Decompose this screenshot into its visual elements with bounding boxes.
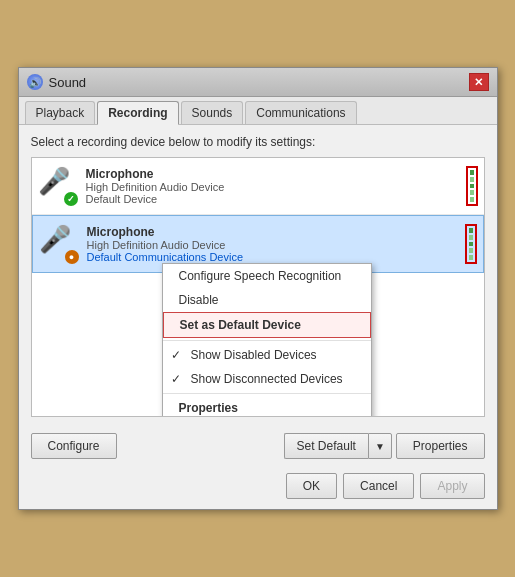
show-disconnected-label: Show Disconnected Devices [191, 372, 343, 386]
context-separator-2 [163, 393, 371, 394]
device-list[interactable]: 🎤 ✓ Microphone High Definition Audio Dev… [31, 157, 485, 417]
device-sub1-1: High Definition Audio Device [86, 181, 458, 193]
context-properties[interactable]: Properties [163, 396, 371, 417]
title-bar-controls: ✕ [469, 73, 489, 91]
app-icon: 🔊 [27, 74, 43, 90]
level-bar [469, 248, 473, 253]
context-separator-1 [163, 340, 371, 341]
level-bar [470, 197, 474, 202]
description-text: Select a recording device below to modif… [31, 135, 485, 149]
level-bar [470, 170, 474, 175]
properties-button[interactable]: Properties [396, 433, 485, 459]
disable-label: Disable [179, 293, 219, 307]
check-disabled: ✓ [171, 348, 185, 362]
window-title: Sound [49, 75, 87, 90]
ok-button[interactable]: OK [286, 473, 337, 499]
set-default-button[interactable]: Set Default [284, 433, 368, 459]
status-badge-1: ✓ [64, 192, 78, 206]
level-bar [470, 177, 474, 182]
device-icon-2: 🎤 ● [39, 224, 79, 264]
footer-left: Configure [31, 433, 117, 459]
level-bar [469, 242, 473, 247]
device-icon-1: 🎤 ✓ [38, 166, 78, 206]
configure-button[interactable]: Configure [31, 433, 117, 459]
tab-communications[interactable]: Communications [245, 101, 356, 124]
device-status-1: Default Device [86, 193, 458, 205]
set-default-label: Set as Default Device [180, 318, 301, 332]
dialog-actions: OK Cancel Apply [286, 473, 485, 499]
title-bar: 🔊 Sound ✕ [19, 68, 497, 97]
context-disable[interactable]: Disable [163, 288, 371, 312]
level-bar [469, 235, 473, 240]
tab-playback[interactable]: Playback [25, 101, 96, 124]
device-name-1: Microphone [86, 167, 458, 181]
context-show-disconnected[interactable]: ✓ Show Disconnected Devices [163, 367, 371, 391]
show-disabled-label: Show Disabled Devices [191, 348, 317, 362]
level-meter-1 [466, 166, 478, 206]
mic-icon-2: 🎤 [39, 224, 71, 254]
spacer [31, 473, 286, 499]
device-info-2: Microphone High Definition Audio Device … [87, 225, 457, 263]
check-disconnected: ✓ [171, 372, 185, 386]
properties-context-label: Properties [179, 401, 238, 415]
device-sub1-2: High Definition Audio Device [87, 239, 457, 251]
status-badge-2: ● [65, 250, 79, 264]
level-bar [470, 184, 474, 189]
tab-content: Select a recording device below to modif… [19, 125, 497, 427]
set-default-split: Set Default ▼ [284, 433, 392, 459]
footer-row: Configure Set Default ▼ Properties [19, 427, 497, 467]
level-bar [469, 255, 473, 260]
tab-bar: Playback Recording Sounds Communications [19, 97, 497, 125]
set-default-arrow[interactable]: ▼ [368, 433, 392, 459]
cancel-button[interactable]: Cancel [343, 473, 414, 499]
footer-right: Set Default ▼ Properties [284, 433, 485, 459]
tab-sounds[interactable]: Sounds [181, 101, 244, 124]
device-name-2: Microphone [87, 225, 457, 239]
device-info-1: Microphone High Definition Audio Device … [86, 167, 458, 205]
level-bar [469, 228, 473, 233]
level-meter-2 [465, 224, 477, 264]
title-bar-left: 🔊 Sound [27, 74, 87, 90]
context-set-default[interactable]: Set as Default Device [163, 312, 371, 338]
device-item-1[interactable]: 🎤 ✓ Microphone High Definition Audio Dev… [32, 158, 484, 215]
mic-icon-1: 🎤 [38, 166, 70, 196]
device-status-2: Default Communications Device [87, 251, 457, 263]
level-bar [470, 190, 474, 195]
dialog-footer: OK Cancel Apply [19, 467, 497, 509]
tab-recording[interactable]: Recording [97, 101, 178, 125]
context-configure[interactable]: Configure Speech Recognition [163, 264, 371, 288]
context-menu: Configure Speech Recognition Disable Set… [162, 263, 372, 417]
apply-button[interactable]: Apply [420, 473, 484, 499]
context-show-disabled[interactable]: ✓ Show Disabled Devices [163, 343, 371, 367]
configure-label: Configure Speech Recognition [179, 269, 342, 283]
close-button[interactable]: ✕ [469, 73, 489, 91]
sound-dialog: 🔊 Sound ✕ Playback Recording Sounds Comm… [18, 67, 498, 510]
